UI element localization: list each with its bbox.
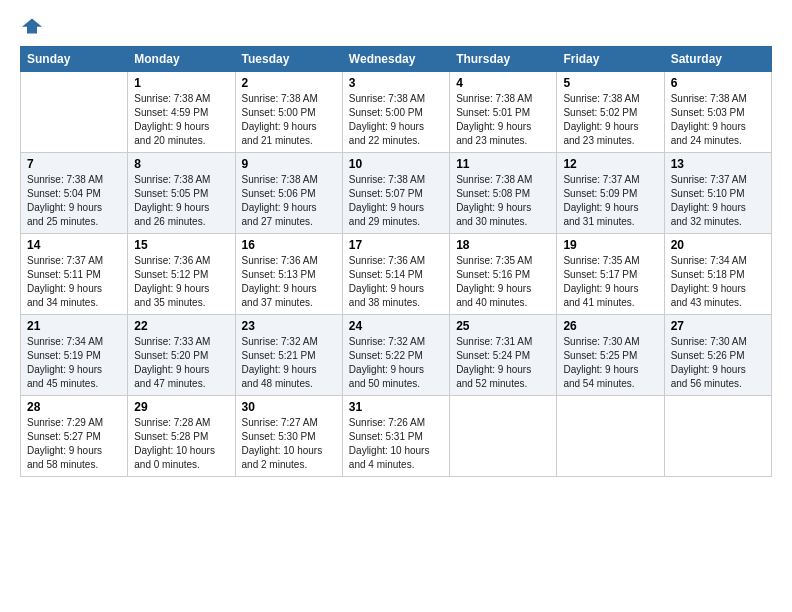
day-info: Sunrise: 7:37 AM Sunset: 5:10 PM Dayligh… <box>671 173 765 229</box>
day-cell: 27 Sunrise: 7:30 AM Sunset: 5:26 PM Dayl… <box>664 314 771 395</box>
day-header-monday: Monday <box>128 46 235 71</box>
sunrise-text: Sunrise: 7:35 AM <box>456 255 532 266</box>
sunset-text: Sunset: 5:24 PM <box>456 350 530 361</box>
sunrise-text: Sunrise: 7:37 AM <box>563 174 639 185</box>
sunrise-text: Sunrise: 7:28 AM <box>134 417 210 428</box>
daylight-text: Daylight: 9 hours and 21 minutes. <box>242 121 317 146</box>
daylight-text: Daylight: 9 hours and 24 minutes. <box>671 121 746 146</box>
sunrise-text: Sunrise: 7:33 AM <box>134 336 210 347</box>
day-info: Sunrise: 7:27 AM Sunset: 5:30 PM Dayligh… <box>242 416 336 472</box>
daylight-text: Daylight: 9 hours and 25 minutes. <box>27 202 102 227</box>
sunset-text: Sunset: 5:19 PM <box>27 350 101 361</box>
day-info: Sunrise: 7:29 AM Sunset: 5:27 PM Dayligh… <box>27 416 121 472</box>
day-info: Sunrise: 7:31 AM Sunset: 5:24 PM Dayligh… <box>456 335 550 391</box>
day-number: 10 <box>349 157 443 171</box>
day-cell: 16 Sunrise: 7:36 AM Sunset: 5:13 PM Dayl… <box>235 233 342 314</box>
day-number: 11 <box>456 157 550 171</box>
sunrise-text: Sunrise: 7:36 AM <box>242 255 318 266</box>
week-row-3: 14 Sunrise: 7:37 AM Sunset: 5:11 PM Dayl… <box>21 233 772 314</box>
daylight-text: Daylight: 9 hours and 54 minutes. <box>563 364 638 389</box>
day-cell: 23 Sunrise: 7:32 AM Sunset: 5:21 PM Dayl… <box>235 314 342 395</box>
daylight-text: Daylight: 9 hours and 47 minutes. <box>134 364 209 389</box>
day-info: Sunrise: 7:34 AM Sunset: 5:18 PM Dayligh… <box>671 254 765 310</box>
sunset-text: Sunset: 4:59 PM <box>134 107 208 118</box>
day-number: 20 <box>671 238 765 252</box>
day-number: 23 <box>242 319 336 333</box>
day-cell: 8 Sunrise: 7:38 AM Sunset: 5:05 PM Dayli… <box>128 152 235 233</box>
day-header-friday: Friday <box>557 46 664 71</box>
day-cell: 7 Sunrise: 7:38 AM Sunset: 5:04 PM Dayli… <box>21 152 128 233</box>
day-header-wednesday: Wednesday <box>342 46 449 71</box>
day-cell: 30 Sunrise: 7:27 AM Sunset: 5:30 PM Dayl… <box>235 395 342 476</box>
day-cell: 13 Sunrise: 7:37 AM Sunset: 5:10 PM Dayl… <box>664 152 771 233</box>
day-number: 4 <box>456 76 550 90</box>
daylight-text: Daylight: 9 hours and 29 minutes. <box>349 202 424 227</box>
day-number: 8 <box>134 157 228 171</box>
sunrise-text: Sunrise: 7:36 AM <box>134 255 210 266</box>
sunrise-text: Sunrise: 7:38 AM <box>349 93 425 104</box>
day-number: 13 <box>671 157 765 171</box>
day-cell: 21 Sunrise: 7:34 AM Sunset: 5:19 PM Dayl… <box>21 314 128 395</box>
day-number: 17 <box>349 238 443 252</box>
daylight-text: Daylight: 10 hours and 0 minutes. <box>134 445 215 470</box>
day-number: 7 <box>27 157 121 171</box>
day-number: 16 <box>242 238 336 252</box>
daylight-text: Daylight: 9 hours and 27 minutes. <box>242 202 317 227</box>
sunset-text: Sunset: 5:01 PM <box>456 107 530 118</box>
sunset-text: Sunset: 5:31 PM <box>349 431 423 442</box>
daylight-text: Daylight: 10 hours and 2 minutes. <box>242 445 323 470</box>
sunset-text: Sunset: 5:16 PM <box>456 269 530 280</box>
day-cell: 28 Sunrise: 7:29 AM Sunset: 5:27 PM Dayl… <box>21 395 128 476</box>
daylight-text: Daylight: 9 hours and 22 minutes. <box>349 121 424 146</box>
sunrise-text: Sunrise: 7:38 AM <box>671 93 747 104</box>
day-cell: 20 Sunrise: 7:34 AM Sunset: 5:18 PM Dayl… <box>664 233 771 314</box>
day-cell <box>664 395 771 476</box>
daylight-text: Daylight: 9 hours and 41 minutes. <box>563 283 638 308</box>
sunset-text: Sunset: 5:20 PM <box>134 350 208 361</box>
day-cell: 14 Sunrise: 7:37 AM Sunset: 5:11 PM Dayl… <box>21 233 128 314</box>
daylight-text: Daylight: 9 hours and 34 minutes. <box>27 283 102 308</box>
daylight-text: Daylight: 9 hours and 43 minutes. <box>671 283 746 308</box>
calendar-table: SundayMondayTuesdayWednesdayThursdayFrid… <box>20 46 772 477</box>
day-info: Sunrise: 7:33 AM Sunset: 5:20 PM Dayligh… <box>134 335 228 391</box>
day-cell: 17 Sunrise: 7:36 AM Sunset: 5:14 PM Dayl… <box>342 233 449 314</box>
daylight-text: Daylight: 9 hours and 31 minutes. <box>563 202 638 227</box>
day-info: Sunrise: 7:38 AM Sunset: 5:01 PM Dayligh… <box>456 92 550 148</box>
day-info: Sunrise: 7:38 AM Sunset: 5:03 PM Dayligh… <box>671 92 765 148</box>
day-cell: 12 Sunrise: 7:37 AM Sunset: 5:09 PM Dayl… <box>557 152 664 233</box>
day-info: Sunrise: 7:28 AM Sunset: 5:28 PM Dayligh… <box>134 416 228 472</box>
daylight-text: Daylight: 9 hours and 38 minutes. <box>349 283 424 308</box>
sunrise-text: Sunrise: 7:37 AM <box>671 174 747 185</box>
day-info: Sunrise: 7:38 AM Sunset: 5:06 PM Dayligh… <box>242 173 336 229</box>
day-number: 3 <box>349 76 443 90</box>
sunrise-text: Sunrise: 7:38 AM <box>134 93 210 104</box>
daylight-text: Daylight: 9 hours and 40 minutes. <box>456 283 531 308</box>
day-cell: 2 Sunrise: 7:38 AM Sunset: 5:00 PM Dayli… <box>235 71 342 152</box>
daylight-text: Daylight: 9 hours and 32 minutes. <box>671 202 746 227</box>
sunset-text: Sunset: 5:02 PM <box>563 107 637 118</box>
day-cell: 31 Sunrise: 7:26 AM Sunset: 5:31 PM Dayl… <box>342 395 449 476</box>
daylight-text: Daylight: 9 hours and 52 minutes. <box>456 364 531 389</box>
sunrise-text: Sunrise: 7:36 AM <box>349 255 425 266</box>
sunrise-text: Sunrise: 7:38 AM <box>349 174 425 185</box>
day-cell: 11 Sunrise: 7:38 AM Sunset: 5:08 PM Dayl… <box>450 152 557 233</box>
sunrise-text: Sunrise: 7:38 AM <box>242 93 318 104</box>
sunrise-text: Sunrise: 7:38 AM <box>456 93 532 104</box>
sunset-text: Sunset: 5:00 PM <box>349 107 423 118</box>
sunrise-text: Sunrise: 7:30 AM <box>563 336 639 347</box>
sunrise-text: Sunrise: 7:29 AM <box>27 417 103 428</box>
sunset-text: Sunset: 5:13 PM <box>242 269 316 280</box>
sunrise-text: Sunrise: 7:34 AM <box>27 336 103 347</box>
sunset-text: Sunset: 5:00 PM <box>242 107 316 118</box>
day-info: Sunrise: 7:32 AM Sunset: 5:21 PM Dayligh… <box>242 335 336 391</box>
day-header-tuesday: Tuesday <box>235 46 342 71</box>
day-cell: 4 Sunrise: 7:38 AM Sunset: 5:01 PM Dayli… <box>450 71 557 152</box>
daylight-text: Daylight: 9 hours and 58 minutes. <box>27 445 102 470</box>
sunset-text: Sunset: 5:22 PM <box>349 350 423 361</box>
sunset-text: Sunset: 5:30 PM <box>242 431 316 442</box>
sunset-text: Sunset: 5:05 PM <box>134 188 208 199</box>
day-number: 21 <box>27 319 121 333</box>
page-container: SundayMondayTuesdayWednesdayThursdayFrid… <box>0 0 792 487</box>
day-info: Sunrise: 7:38 AM Sunset: 5:07 PM Dayligh… <box>349 173 443 229</box>
sunrise-text: Sunrise: 7:38 AM <box>27 174 103 185</box>
